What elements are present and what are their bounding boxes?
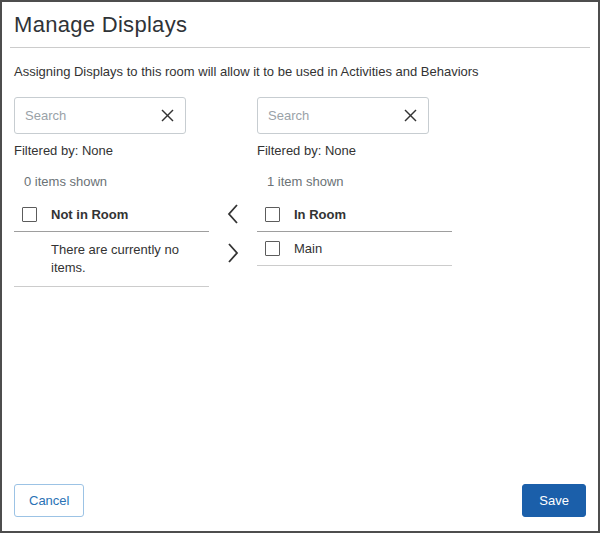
in-room-list-header: In Room [257, 202, 452, 232]
item-label: Main [294, 241, 322, 256]
transfer-lists: Filtered by: None 0 items shown Not in R… [2, 79, 598, 287]
chevron-left-icon [226, 203, 240, 225]
transfer-controls [209, 97, 257, 266]
not-in-room-list-header: Not in Room [14, 202, 209, 232]
move-to-room-button[interactable] [224, 201, 242, 227]
in-room-search-box [257, 97, 429, 134]
clear-search-icon[interactable] [154, 108, 175, 123]
not-in-room-items-shown: 0 items shown [24, 174, 209, 189]
not-in-room-filtered-by: Filtered by: None [14, 143, 209, 158]
not-in-room-header-label: Not in Room [51, 207, 128, 222]
in-room-filtered-by: Filtered by: None [257, 143, 452, 158]
x-icon [160, 108, 175, 123]
in-room-search-input[interactable] [268, 108, 397, 123]
not-in-room-list: Not in Room There are currently no items… [14, 202, 209, 287]
cancel-button[interactable]: Cancel [14, 484, 84, 517]
dialog-footer: Cancel Save [2, 472, 598, 531]
not-in-room-search-input[interactable] [25, 108, 154, 123]
page-title: Manage Displays [2, 2, 598, 47]
item-checkbox[interactable] [265, 241, 280, 256]
not-in-room-search-box [14, 97, 186, 134]
move-out-of-room-button[interactable] [224, 240, 242, 266]
empty-list-message: There are currently no items. [14, 232, 209, 287]
in-room-list: In Room Main [257, 202, 452, 266]
in-room-select-all-checkbox[interactable] [265, 207, 280, 222]
dialog-description: Assigning Displays to this room will all… [2, 48, 598, 79]
not-in-room-panel: Filtered by: None 0 items shown Not in R… [14, 97, 209, 287]
in-room-panel: Filtered by: None 1 item shown In Room M… [257, 97, 452, 266]
in-room-items-shown: 1 item shown [267, 174, 452, 189]
save-button[interactable]: Save [522, 484, 586, 517]
list-item: Main [257, 232, 452, 266]
chevron-right-icon [226, 242, 240, 264]
clear-search-icon[interactable] [397, 108, 418, 123]
not-in-room-select-all-checkbox[interactable] [22, 207, 37, 222]
manage-displays-dialog: Manage Displays Assigning Displays to th… [0, 0, 600, 533]
x-icon [403, 108, 418, 123]
in-room-header-label: In Room [294, 207, 346, 222]
